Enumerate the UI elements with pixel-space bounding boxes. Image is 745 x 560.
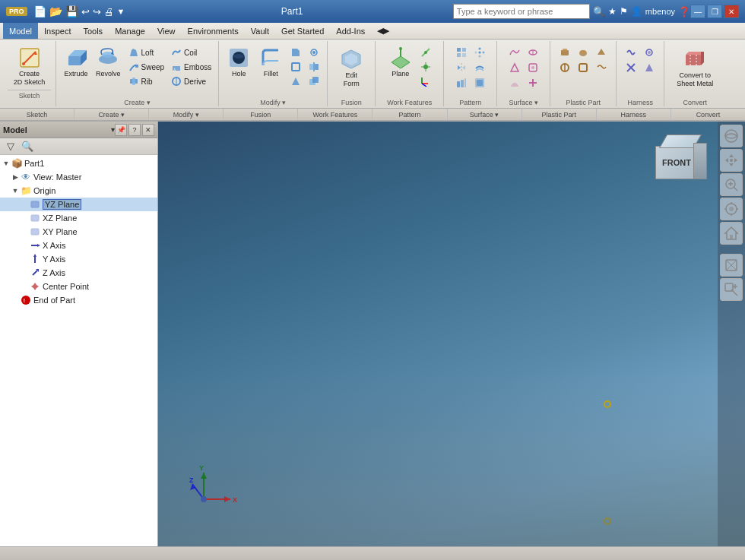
view-cube-right[interactable] <box>693 143 707 179</box>
panel-pin-btn[interactable]: 📌 <box>115 124 127 136</box>
plane-button[interactable]: Plane <box>385 44 416 80</box>
tree-item-yz-plane[interactable]: YZ Plane <box>0 198 157 211</box>
surface-btn-2[interactable] <box>525 46 541 59</box>
harness-btn-4[interactable] <box>641 61 658 74</box>
orbit-btn[interactable] <box>720 125 743 147</box>
rect-pattern-button[interactable] <box>453 46 470 59</box>
menu-item-model[interactable]: Model <box>3 23 38 39</box>
redo-icon[interactable]: ↪ <box>93 6 101 17</box>
plastic-btn-3[interactable] <box>593 46 610 59</box>
surface-btn-3[interactable] <box>506 61 523 74</box>
more-icon[interactable]: ▼ <box>117 7 125 16</box>
menu-item-inspect[interactable]: Inspect <box>38 23 77 39</box>
surface-btn-6[interactable] <box>525 76 541 90</box>
search-toolbar-btn[interactable]: 🔍 <box>20 140 35 153</box>
menu-item-environments[interactable]: Environments <box>182 23 245 39</box>
view-cube[interactable]: FRONT <box>648 131 709 191</box>
user-icon[interactable]: 👤 <box>631 6 642 17</box>
ribbon-label-plastic-part[interactable]: Plastic Part <box>522 109 597 120</box>
panel-controls[interactable]: 📌 ? ✕ <box>115 124 154 136</box>
ribbon-label-harness[interactable]: Harness <box>597 109 671 120</box>
tree-item-center-point[interactable]: Center Point <box>0 280 157 293</box>
circ-pattern-button[interactable] <box>471 46 488 59</box>
draft-button[interactable] <box>287 74 304 88</box>
tree-expand-view[interactable]: ▶ <box>11 172 20 182</box>
plastic-btn-6[interactable] <box>593 61 610 74</box>
menu-item-view[interactable]: View <box>151 23 182 39</box>
tree-expand-origin[interactable]: ▼ <box>11 186 20 195</box>
ribbon-label-pattern[interactable]: Pattern <box>372 109 447 120</box>
sweep-button[interactable]: Sweep <box>125 60 167 74</box>
combine-button[interactable] <box>306 74 322 88</box>
pattern-solid-button[interactable] <box>471 76 488 90</box>
chamfer-button[interactable] <box>287 46 304 59</box>
mirror-button[interactable] <box>453 61 470 74</box>
ribbon-label-convert[interactable]: Convert <box>671 109 745 120</box>
point-wf-button[interactable] <box>417 60 434 74</box>
rib-button[interactable]: Rib <box>125 74 167 88</box>
zoom-btn[interactable] <box>720 173 743 196</box>
print-icon[interactable]: 🖨 <box>104 6 114 17</box>
menu-item-manage[interactable]: Manage <box>109 23 151 39</box>
hole-button[interactable]: Hole <box>224 44 254 80</box>
plastic-btn-2[interactable] <box>575 46 591 59</box>
pattern-features-button[interactable] <box>453 76 470 90</box>
surface-btn-4[interactable] <box>525 61 541 74</box>
close-btn[interactable]: ✕ <box>724 5 739 18</box>
revolve-button[interactable]: Revolve <box>93 44 124 80</box>
panel-question-btn[interactable]: ? <box>128 124 141 136</box>
tree-expand-part1[interactable]: ▼ <box>2 159 11 168</box>
zoom-window-btn[interactable] <box>720 278 743 301</box>
plastic-btn-4[interactable] <box>556 61 573 74</box>
window-controls[interactable]: — ❐ ✕ <box>690 5 739 18</box>
extrude-button[interactable]: Extrude <box>61 44 91 80</box>
harness-btn-2[interactable] <box>641 46 658 59</box>
menu-item-addins[interactable]: Add-Ins <box>330 23 371 39</box>
fillet-button[interactable]: Fillet <box>255 44 286 80</box>
tree-item-end-of-part[interactable]: ! End of Part <box>0 293 157 307</box>
menu-item-getstarted[interactable]: Get Started <box>275 23 330 39</box>
pan-btn[interactable] <box>720 149 743 172</box>
maximize-btn[interactable]: ❐ <box>707 5 722 18</box>
menu-item-vault[interactable]: Vault <box>245 23 275 39</box>
thicken-button[interactable] <box>471 61 488 74</box>
harness-btn-3[interactable] <box>623 61 639 74</box>
ribbon-label-create[interactable]: Create ▾ <box>74 109 149 120</box>
ribbon-label-modify[interactable]: Modify ▾ <box>149 109 224 120</box>
new-icon[interactable]: 📄 <box>33 5 46 17</box>
coil-button[interactable]: Coil <box>168 46 214 59</box>
tree-item-view-master[interactable]: ▶ 👁 View: Master <box>0 170 157 184</box>
view-cube-front[interactable]: FRONT <box>655 146 698 179</box>
tree-item-xy-plane[interactable]: XY Plane <box>0 225 157 239</box>
surface-btn-5[interactable] <box>506 76 523 90</box>
search-btn[interactable]: 🔍 <box>593 6 605 17</box>
plastic-btn-1[interactable] <box>556 46 573 59</box>
undo-icon[interactable]: ↩ <box>81 6 90 17</box>
surface-btn-1[interactable] <box>506 46 523 59</box>
convert-to-sheet-metal-button[interactable]: Convert to Sheet Metal <box>673 46 717 90</box>
home-btn[interactable] <box>720 222 743 245</box>
tree-item-part1[interactable]: ▼ 📦 Part1 <box>0 157 157 170</box>
axis-button[interactable] <box>417 46 434 59</box>
tree-item-z-axis[interactable]: Z Axis <box>0 266 157 280</box>
shell-button[interactable] <box>287 60 304 74</box>
panel-close-btn[interactable]: ✕ <box>142 124 154 136</box>
open-icon[interactable]: 📂 <box>49 5 62 17</box>
harness-btn-1[interactable] <box>623 46 639 59</box>
menu-item-more[interactable]: ◀▶ <box>371 23 395 39</box>
create-2d-sketch-button[interactable]: Create2D Sketch <box>11 44 49 88</box>
look-at-btn[interactable] <box>720 198 743 220</box>
menu-item-tools[interactable]: Tools <box>77 23 109 39</box>
thread-button[interactable] <box>306 46 322 59</box>
minimize-btn[interactable]: — <box>690 5 705 18</box>
help-icon[interactable]: ❓ <box>678 6 690 17</box>
split-button[interactable] <box>306 60 322 74</box>
ribbon-label-fusion[interactable]: Fusion <box>224 109 298 120</box>
derive-button[interactable]: Derive <box>168 74 214 88</box>
ribbon-label-sketch[interactable]: Sketch <box>0 109 74 120</box>
plastic-btn-5[interactable] <box>575 61 591 74</box>
tree-item-xz-plane[interactable]: XZ Plane <box>0 211 157 225</box>
edit-form-button[interactable]: EditForm <box>332 46 370 90</box>
ucs-button[interactable] <box>417 74 434 88</box>
ribbon-label-surface[interactable]: Surface ▾ <box>448 109 522 120</box>
